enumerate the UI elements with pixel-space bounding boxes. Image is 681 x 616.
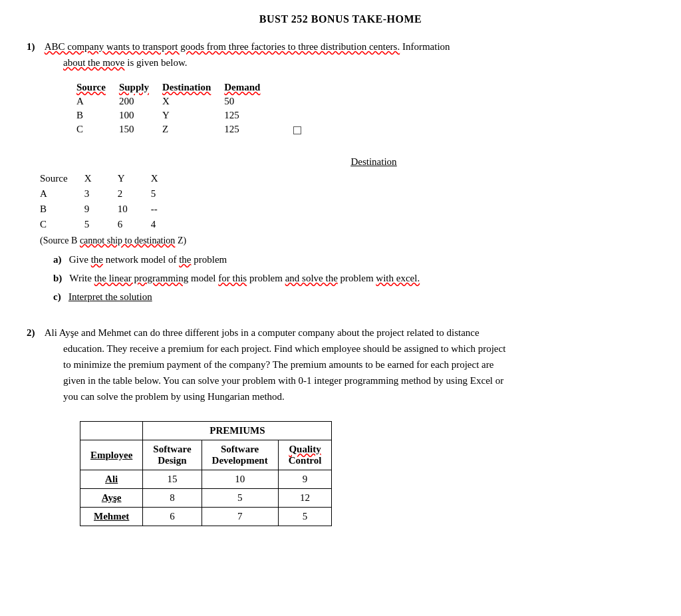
q1-text-abc: ABC company wants to transport goods fro… — [45, 41, 400, 52]
empty-corner — [80, 422, 143, 440]
premiums-ali-sdev: 10 — [202, 470, 278, 489]
sub-a-text: Give the network model of the problem — [69, 254, 227, 265]
premiums-ali-sd: 15 — [143, 470, 202, 489]
dest-row-a: A 3 2 5 — [40, 186, 184, 202]
dest-b-z: -- — [151, 202, 184, 217]
premiums-ayse-name: Ayşe — [80, 489, 143, 508]
q1-text: ABC company wants to transport goods fro… — [27, 41, 654, 71]
premiums-ayse-sd: 8 — [143, 489, 202, 508]
sub-b-text: Write the linear programming model for t… — [69, 273, 420, 283]
supply-table: Source Supply Destination Demand A 200 X… — [76, 80, 315, 136]
dest-a-x: 3 — [84, 186, 118, 202]
supply-col-supply: Supply — [119, 80, 162, 94]
dest-col-z: X — [151, 171, 184, 186]
supply-b-demand: 125 — [224, 108, 273, 122]
dest-b-x: 9 — [84, 202, 118, 217]
sub-q-c: c) Interpret the solution — [53, 289, 654, 305]
supply-section: Source Supply Destination Demand A 200 X… — [63, 80, 654, 136]
dest-source-label: Source — [40, 171, 84, 186]
checkbox — [293, 126, 301, 134]
premiums-row-mehmet: Mehmet 6 7 5 — [80, 508, 332, 526]
dest-header-row: Source X Y X — [40, 171, 184, 186]
q2-number: 2) — [27, 327, 35, 338]
premiums-software-dev-header: SoftwareDevelopment — [202, 440, 278, 470]
dest-b-source: B — [40, 202, 84, 217]
supply-col-demand: Demand — [224, 80, 273, 94]
premiums-mehmet-sd: 6 — [143, 508, 202, 526]
q1-number: 1) — [27, 41, 35, 52]
dest-col-x: X — [84, 171, 118, 186]
premiums-ali-qc: 9 — [278, 470, 332, 489]
sub-c-label: c) — [53, 291, 61, 302]
page-title: BUST 252 BONUS TAKE-HOME — [27, 13, 654, 25]
supply-c-source: C — [76, 122, 119, 136]
dest-b-y: 10 — [118, 202, 151, 217]
dest-c-z: 4 — [151, 217, 184, 232]
supply-a-dest: X — [162, 94, 224, 108]
destination-table: Source X Y X A 3 2 5 B 9 10 -- — [40, 171, 184, 232]
supply-c-dest: Z — [162, 122, 224, 136]
premiums-row-ali: Ali 15 10 9 — [80, 470, 332, 489]
dest-c-source: C — [40, 217, 84, 232]
sub-q-b: b) Write the linear programming model fo… — [53, 270, 654, 286]
premiums-table-container: PREMIUMS Employee SoftwareDesign Softwar… — [80, 421, 332, 526]
supply-c-supply: 150 — [119, 122, 162, 136]
premiums-section-header-row: PREMIUMS — [80, 422, 332, 440]
supply-row-b: B 100 Y 125 — [76, 108, 315, 122]
checkbox-area — [273, 122, 315, 136]
premiums-ayse-qc: 12 — [278, 489, 332, 508]
destination-title: Destination — [93, 156, 654, 168]
sub-b-label: b) — [53, 273, 62, 283]
q1-text-about: about the move is given below. — [63, 55, 654, 71]
sub-questions: a) Give the network model of the problem… — [53, 251, 654, 305]
premiums-main-header: PREMIUMS — [143, 422, 332, 440]
dest-row-c: C 5 6 4 — [40, 217, 184, 232]
q2-text: Ali Ayşe and Mehmet can do three differe… — [27, 327, 505, 402]
question-2: 2) Ali Ayşe and Mehmet can do three diff… — [27, 325, 654, 529]
premiums-quality-control-header: QualityControl — [278, 440, 332, 470]
supply-col-dest: Destination — [162, 80, 224, 94]
premiums-software-design-header: SoftwareDesign — [143, 440, 202, 470]
premiums-ayse-sdev: 5 — [202, 489, 278, 508]
sub-q-a: a) Give the network model of the problem — [53, 251, 654, 267]
q1-text-move: about the move — [63, 57, 124, 68]
dest-row-b: B 9 10 -- — [40, 202, 184, 217]
supply-a-demand: 50 — [224, 94, 273, 108]
supply-a-supply: 200 — [119, 94, 162, 108]
dest-c-y: 6 — [118, 217, 151, 232]
sub-a-label: a) — [53, 254, 62, 265]
supply-table-header: Source Supply Destination Demand — [76, 80, 315, 94]
supply-b-dest: Y — [162, 108, 224, 122]
premiums-row-ayse: Ayşe 8 5 12 — [80, 489, 332, 508]
supply-b-supply: 100 — [119, 108, 162, 122]
question-1-text: 1) ABC company wants to transport goods … — [27, 39, 654, 71]
dest-a-y: 2 — [118, 186, 151, 202]
supply-c-demand: 125 — [224, 122, 273, 136]
supply-col-source: Source — [76, 80, 119, 94]
destination-section: Destination Source X Y X A 3 2 5 B 9 — [40, 156, 654, 246]
premiums-mehmet-name: Mehmet — [80, 508, 143, 526]
premiums-ali-name: Ali — [80, 470, 143, 489]
dest-c-x: 5 — [84, 217, 118, 232]
premiums-mehmet-qc: 5 — [278, 508, 332, 526]
question-1: 1) ABC company wants to transport goods … — [27, 39, 654, 305]
sub-c-text: Interpret the solution — [68, 291, 152, 302]
q1-text-info: Information — [402, 41, 450, 52]
supply-row-c: C 150 Z 125 — [76, 122, 315, 136]
dest-a-source: A — [40, 186, 84, 202]
premiums-employee-col-header: Employee — [80, 440, 143, 470]
supply-b-source: B — [76, 108, 119, 122]
premiums-col-headers-row: Employee SoftwareDesign SoftwareDevelopm… — [80, 440, 332, 470]
supply-row-a: A 200 X 50 — [76, 94, 315, 108]
dest-a-z: 5 — [151, 186, 184, 202]
supply-a-source: A — [76, 94, 119, 108]
source-note: (Source B cannot ship to destination Z) — [40, 235, 654, 246]
dest-col-y: Y — [118, 171, 151, 186]
premiums-mehmet-sdev: 7 — [202, 508, 278, 526]
page-container: BUST 252 BONUS TAKE-HOME 1) ABC company … — [27, 13, 654, 529]
question-2-text-block: 2) Ali Ayşe and Mehmet can do three diff… — [27, 325, 654, 404]
premiums-table: PREMIUMS Employee SoftwareDesign Softwar… — [80, 421, 332, 526]
